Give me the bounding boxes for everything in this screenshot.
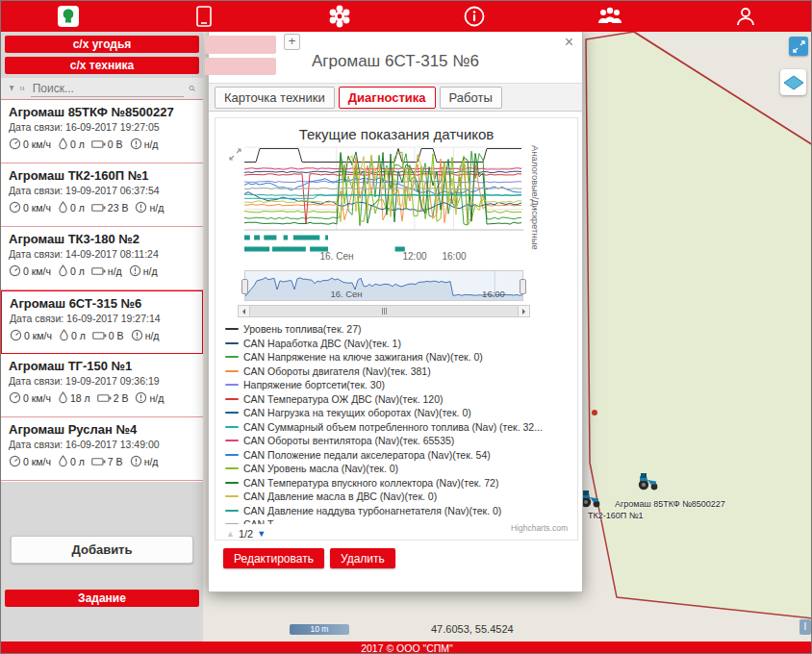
lands-button[interactable]: с/х угодья	[5, 36, 199, 53]
delete-button[interactable]: Удалить	[330, 548, 395, 568]
info-icon[interactable]	[445, 5, 503, 28]
modal-tab[interactable]: Диагностика	[339, 87, 436, 109]
users-icon[interactable]	[581, 6, 639, 27]
secondary-panel-button[interactable]	[205, 58, 276, 75]
navigator-handle-left[interactable]	[241, 279, 248, 294]
search-input[interactable]	[31, 81, 184, 97]
vehicle-name: Агромаш ТК2-160П №1	[9, 168, 195, 184]
chart-navigator[interactable]: 16. Сен 16:00	[244, 270, 523, 301]
map-layers-button[interactable]	[780, 69, 806, 95]
legend-item[interactable]: CAN Обороты вентилятора (Nav)(тек. 65535…	[225, 434, 571, 448]
legend-marker	[225, 440, 239, 441]
legend-item[interactable]: CAN Нагрузка на текущих оборотах (Nav)(т…	[225, 406, 571, 420]
edit-button[interactable]: Редактировать	[223, 548, 324, 568]
vehicle-status: н/д	[143, 265, 158, 277]
map-zoom-in-button[interactable]: +	[284, 34, 300, 50]
legend-item[interactable]: CAN Положение педали акселератора (Nav)(…	[225, 448, 571, 463]
scrollbar-right-arrow-icon[interactable]	[518, 306, 529, 316]
tractor-label: Агромаш 85ТКФ №8500227	[615, 499, 725, 509]
legend-marker	[225, 384, 239, 386]
tech-button[interactable]: с/х техника	[5, 57, 199, 74]
vehicle-status: н/д	[145, 330, 160, 341]
speed-icon	[9, 264, 21, 277]
map-marker-dot	[592, 410, 597, 415]
vehicle-name: Агромаш ТК3-180 №2	[9, 232, 195, 247]
legend-item[interactable]: CAN Напряжение на ключе зажигания (Nav)(…	[225, 350, 571, 365]
battery-icon	[91, 139, 106, 149]
legend-item[interactable]: CAN Обороты двигателя (Nav)(тек. 381)	[225, 365, 571, 379]
modal-tab[interactable]: Работы	[440, 87, 502, 109]
vehicle-fuel: 0 л	[70, 138, 85, 150]
speed-icon	[9, 138, 21, 150]
chart-scrollbar[interactable]	[238, 305, 530, 317]
legend-marker	[225, 495, 239, 497]
legend-item[interactable]: CAN Суммарный объем потребленного топлив…	[225, 420, 571, 435]
speed-icon	[9, 455, 21, 467]
scrollbar-thumb[interactable]	[250, 306, 518, 316]
legend-item[interactable]: CAN Давление наддува турбонагнетателя (N…	[225, 504, 571, 518]
scrollbar-left-arrow-icon[interactable]	[239, 306, 250, 316]
warning-icon	[131, 329, 143, 341]
modal-tab[interactable]: Карточка техники	[215, 87, 335, 109]
close-icon[interactable]: ×	[565, 35, 573, 50]
legend-item[interactable]: CAN Наработка ДВС (Nav)(тек. 1)	[225, 337, 571, 351]
legend-item[interactable]: CAN Давление масла в ДВС (Nav)(тек. 0)	[225, 490, 571, 504]
vehicle-list-item[interactable]: Агромаш 6СТ-315 №6 Дата связи: 16-09-201…	[1, 290, 203, 354]
legend-label: CAN Давление масла в ДВС (Nav)(тек. 0)	[243, 490, 437, 502]
expand-arrows-icon	[793, 40, 805, 53]
vehicle-last-contact: Дата связи: 16-09-2017 13:49:00	[9, 438, 195, 451]
vehicle-name: Агромаш Руслан №4	[9, 422, 195, 438]
map-info-button[interactable]: I	[799, 619, 811, 635]
settings-icon[interactable]	[311, 4, 368, 29]
vehicle-fuel: 0 л	[70, 202, 85, 214]
footer-bar: 2017 © ООО "СПМ"	[1, 641, 812, 654]
vehicle-speed: 0 км/ч	[23, 138, 51, 150]
sort-icon[interactable]	[19, 83, 25, 94]
navigator-label: 16. Сен	[317, 289, 375, 299]
legend-item[interactable]: CAN Температура ОЖ ДВС (Nav)(тек. 120)	[225, 392, 571, 407]
legend-label: Уровень топлива(тек. 27)	[243, 323, 362, 335]
legend-next-icon[interactable]: ▼	[257, 529, 266, 539]
vehicle-voltage: 2 В	[114, 392, 129, 404]
vehicle-list-item[interactable]: Агромаш Руслан №4 Дата связи: 16-09-2017…	[1, 417, 203, 481]
fuel-icon	[58, 138, 68, 150]
legend-marker	[225, 482, 239, 484]
legend-label: CAN Т...	[243, 518, 281, 524]
legend-marker	[225, 510, 239, 512]
chart-title: Текущие показания датчиков	[216, 126, 577, 142]
vehicle-last-contact: Дата связи: 14-09-2017 08:11:24	[9, 247, 195, 261]
warning-icon	[135, 201, 147, 214]
legend-label: CAN Положение педали акселератора (Nav)(…	[243, 449, 491, 461]
secondary-panel-button[interactable]	[205, 36, 276, 54]
catalog-icon[interactable]	[175, 5, 233, 28]
legend-item[interactable]: CAN Температура впускного коллектора (Na…	[225, 476, 571, 490]
app-window: Агромаш 85ТКФ №8500227 ТК2-160П №1 10 m …	[0, 0, 812, 654]
vehicle-list: Агромаш 85ТКФ №8500227 Дата связи: 16-09…	[1, 100, 203, 482]
chart-credit: Highcharts.com	[511, 523, 568, 533]
vehicle-stats: 0 км/ч 18 л 2 В н/д	[9, 391, 195, 404]
vehicle-list-item[interactable]: Агромаш 85ТКФ №8500227 Дата связи: 16-09…	[1, 100, 203, 164]
navigator-handle-right[interactable]	[520, 279, 526, 294]
filter-icon[interactable]	[9, 83, 14, 94]
sidebar: с/х угодья с/х техника Агромаш 85ТКФ №85…	[1, 32, 203, 641]
vehicle-list-item[interactable]: Агромаш ТК3-180 №2 Дата связи: 14-09-201…	[1, 227, 203, 290]
legend-prev-icon[interactable]: ▲	[226, 529, 235, 539]
vehicle-last-contact: Дата связи: 16-09-2017 19:27:05	[9, 120, 195, 134]
vehicle-stats: 0 км/ч 0 л 0 В н/д	[9, 138, 195, 150]
vehicle-list-item[interactable]: Агромаш ТГ-150 №1 Дата связи: 19-09-2017…	[1, 354, 203, 417]
legend-item[interactable]: Уровень топлива(тек. 27)	[225, 322, 571, 337]
legend-item[interactable]: CAN Уровень масла (Nav)(тек. 0)	[225, 462, 571, 476]
task-button[interactable]: Задание	[5, 590, 199, 607]
vehicle-last-contact: Дата связи: 19-09-2017 09:36:19	[9, 374, 195, 388]
battery-icon	[92, 331, 107, 340]
legend-item[interactable]: Напряжение бортсети(тек. 30)	[225, 378, 571, 392]
legend-label: CAN Обороты двигателя (Nav)(тек. 381)	[243, 365, 431, 377]
profile-icon[interactable]	[717, 5, 774, 28]
search-icon[interactable]	[189, 82, 195, 95]
add-vehicle-button[interactable]: Добавить	[11, 536, 193, 564]
tractor-label: ТК2-160П №1	[588, 511, 643, 520]
map-fullscreen-button[interactable]	[789, 37, 808, 56]
logo-icon[interactable]	[39, 5, 97, 28]
vehicle-list-item[interactable]: Агромаш ТК2-160П №1 Дата связи: 19-09-20…	[1, 164, 203, 227]
vehicle-voltage: 0 В	[108, 138, 123, 150]
